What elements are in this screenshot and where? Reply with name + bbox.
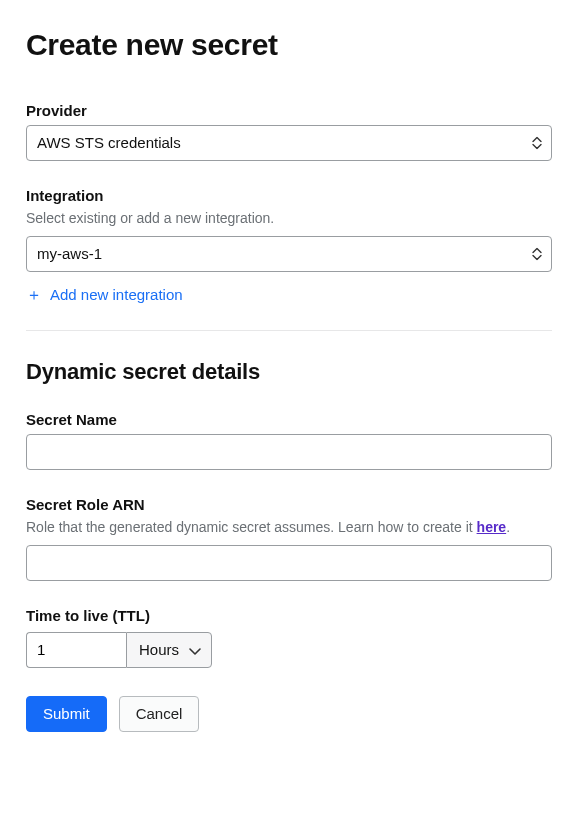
ttl-label: Time to live (TTL) [26, 607, 552, 624]
section-title: Dynamic secret details [26, 359, 552, 385]
add-integration-label: Add new integration [50, 286, 183, 303]
integration-field: Integration Select existing or add a new… [26, 187, 552, 304]
integration-hint: Select existing or add a new integration… [26, 210, 552, 226]
provider-label: Provider [26, 102, 552, 119]
secret-name-field: Secret Name [26, 411, 552, 470]
ttl-unit-select[interactable]: Hours [126, 632, 212, 668]
role-arn-hint-suffix: . [506, 519, 510, 535]
integration-label: Integration [26, 187, 552, 204]
cancel-button[interactable]: Cancel [119, 696, 200, 732]
ttl-unit-value: Hours [139, 641, 179, 658]
ttl-value-input[interactable] [26, 632, 126, 668]
secret-name-label: Secret Name [26, 411, 552, 428]
secret-name-input[interactable] [26, 434, 552, 470]
integration-select-value: my-aws-1 [37, 243, 102, 265]
provider-select-value: AWS STS credentials [37, 132, 181, 154]
role-arn-hint-prefix: Role that the generated dynamic secret a… [26, 519, 477, 535]
submit-button[interactable]: Submit [26, 696, 107, 732]
role-arn-hint-link[interactable]: here [477, 519, 507, 535]
integration-select[interactable]: my-aws-1 [26, 236, 552, 272]
form-actions: Submit Cancel [26, 696, 552, 732]
ttl-field: Time to live (TTL) Hours [26, 607, 552, 668]
role-arn-label: Secret Role ARN [26, 496, 552, 513]
role-arn-input[interactable] [26, 545, 552, 581]
chevron-down-icon [189, 641, 201, 658]
provider-select[interactable]: AWS STS credentials [26, 125, 552, 161]
divider [26, 330, 552, 331]
page-title: Create new secret [26, 28, 552, 62]
role-arn-field: Secret Role ARN Role that the generated … [26, 496, 552, 581]
add-integration-link[interactable]: ＋ Add new integration [26, 286, 183, 303]
role-arn-hint: Role that the generated dynamic secret a… [26, 519, 552, 535]
provider-field: Provider AWS STS credentials [26, 102, 552, 161]
plus-icon: ＋ [26, 287, 42, 303]
